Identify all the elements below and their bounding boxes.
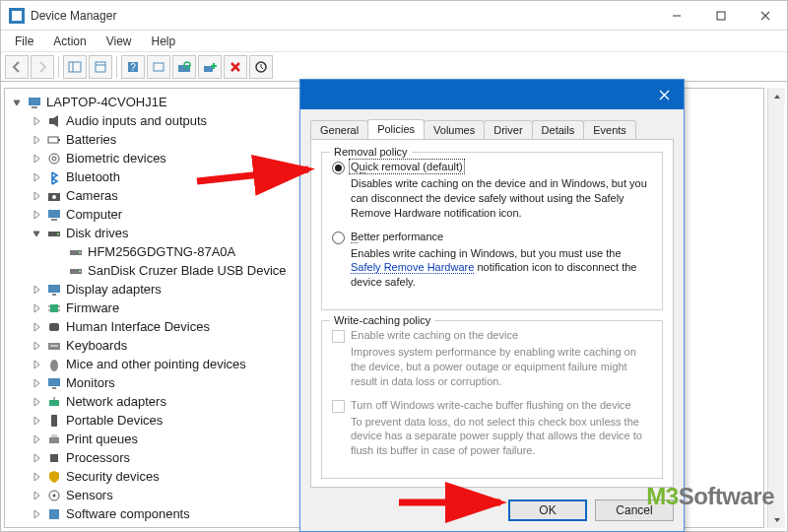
enable-write-caching-description: Improves system performance by enabling … <box>351 345 652 389</box>
tab-details[interactable]: Details <box>532 120 585 139</box>
action-button[interactable] <box>147 55 170 79</box>
enable-write-caching-option: Enable write caching on the device <box>332 329 652 343</box>
properties-button[interactable] <box>89 55 112 79</box>
better-performance-option[interactable]: Better performance <box>332 231 652 244</box>
scan-hardware-button[interactable] <box>172 55 196 79</box>
expand-icon[interactable] <box>31 452 42 464</box>
tab-volumes[interactable]: Volumes <box>424 120 485 139</box>
keyboard-icon <box>46 338 62 354</box>
collapse-icon[interactable] <box>31 228 42 239</box>
expand-icon[interactable] <box>31 490 42 501</box>
vertical-scrollbar[interactable] <box>767 88 784 528</box>
svg-point-39 <box>50 360 58 371</box>
computer-icon <box>46 207 62 223</box>
tree-root-label: LAPTOP-4CVOHJ1E <box>46 95 167 109</box>
back-button[interactable] <box>5 55 29 79</box>
tree-node-label: Human Interface Devices <box>66 319 210 334</box>
expand-icon[interactable] <box>31 527 42 529</box>
toolbar: ? <box>1 52 787 82</box>
svg-rect-30 <box>52 294 56 296</box>
show-hide-tree-button[interactable] <box>63 55 87 79</box>
svg-rect-45 <box>49 437 59 443</box>
maximize-button[interactable] <box>698 1 743 30</box>
menu-action[interactable]: Action <box>43 33 96 50</box>
tree-node-label: Cameras <box>66 188 118 203</box>
write-caching-legend: Write-caching policy <box>330 314 434 326</box>
expand-icon[interactable] <box>31 415 42 427</box>
expand-icon[interactable] <box>31 471 42 483</box>
help-button[interactable]: ? <box>121 55 145 79</box>
close-button[interactable] <box>743 1 787 30</box>
better-performance-label: Better performance <box>351 231 443 242</box>
quick-removal-option[interactable]: Quick removal (default) <box>332 161 652 174</box>
tree-node-label: Print queues <box>66 432 138 446</box>
tab-events[interactable]: Events <box>583 120 636 139</box>
add-hardware-button[interactable] <box>198 55 222 79</box>
turn-off-flush-description: To prevent data loss, do not select this… <box>351 415 652 459</box>
tab-general[interactable]: General <box>310 120 368 139</box>
menu-help[interactable]: Help <box>142 33 186 50</box>
expand-icon[interactable] <box>31 302 42 314</box>
computer-icon <box>27 95 42 110</box>
update-driver-button[interactable] <box>249 55 273 79</box>
radio-icon[interactable] <box>332 162 345 174</box>
svg-rect-1 <box>69 62 81 72</box>
svg-rect-36 <box>49 323 59 331</box>
disk-icon <box>46 226 62 241</box>
dialog-titlebar[interactable] <box>300 80 684 109</box>
dialog-tabs: General Policies Volumes Driver Details … <box>310 117 674 139</box>
svg-point-49 <box>53 494 56 497</box>
tree-node-label: Bluetooth <box>66 169 120 184</box>
expand-icon[interactable] <box>31 153 42 165</box>
svg-rect-31 <box>50 304 58 312</box>
menubar: File Action View Help <box>1 31 787 52</box>
expand-icon[interactable] <box>31 508 42 520</box>
expand-icon[interactable] <box>31 359 42 370</box>
window-title: Device Manager <box>31 9 116 23</box>
expand-icon[interactable] <box>31 377 42 389</box>
tab-policies[interactable]: Policies <box>367 119 425 139</box>
battery-icon <box>46 132 62 148</box>
collapse-icon[interactable] <box>11 97 23 108</box>
checkbox-icon <box>332 400 345 413</box>
safely-remove-link[interactable]: Safely Remove Hardware <box>351 261 474 274</box>
svg-rect-7 <box>154 63 164 71</box>
expand-icon[interactable] <box>31 396 42 408</box>
svg-point-24 <box>57 233 59 234</box>
display-icon <box>46 282 62 298</box>
expand-icon[interactable] <box>31 284 42 296</box>
ok-button[interactable]: OK <box>508 499 587 521</box>
scroll-up-button[interactable] <box>768 88 785 104</box>
minimize-button[interactable] <box>654 1 698 30</box>
forward-button[interactable] <box>31 55 54 79</box>
tab-panel-policies: Removal policy Quick removal (default) D… <box>310 139 674 488</box>
expand-icon[interactable] <box>31 115 42 127</box>
tree-node-label: Audio inputs and outputs <box>66 113 207 128</box>
expand-icon[interactable] <box>31 433 42 445</box>
expand-icon[interactable] <box>31 134 42 146</box>
tree-node-label: Network adapters <box>66 394 166 409</box>
menu-file[interactable]: File <box>5 33 43 50</box>
expand-icon[interactable] <box>31 190 42 202</box>
dialog-close-button[interactable] <box>644 80 684 109</box>
svg-rect-51 <box>49 528 59 529</box>
expand-icon[interactable] <box>31 171 42 183</box>
svg-rect-3 <box>96 62 105 72</box>
expand-icon[interactable] <box>31 340 42 352</box>
menu-view[interactable]: View <box>97 33 142 50</box>
drive-icon <box>68 263 84 279</box>
tree-node-label: Software devices <box>66 525 164 528</box>
expand-icon[interactable] <box>31 209 42 221</box>
expand-icon[interactable] <box>31 321 42 333</box>
titlebar[interactable]: Device Manager <box>1 1 787 31</box>
swcomp-icon <box>46 506 62 522</box>
uninstall-button[interactable] <box>224 55 247 79</box>
cancel-button[interactable]: Cancel <box>595 499 674 521</box>
scroll-down-button[interactable] <box>768 511 785 528</box>
tab-driver[interactable]: Driver <box>484 120 532 139</box>
svg-rect-46 <box>51 434 57 437</box>
radio-icon[interactable] <box>332 232 345 244</box>
tree-node-label: Processors <box>66 450 130 465</box>
svg-rect-12 <box>29 98 40 105</box>
camera-icon <box>46 188 62 204</box>
